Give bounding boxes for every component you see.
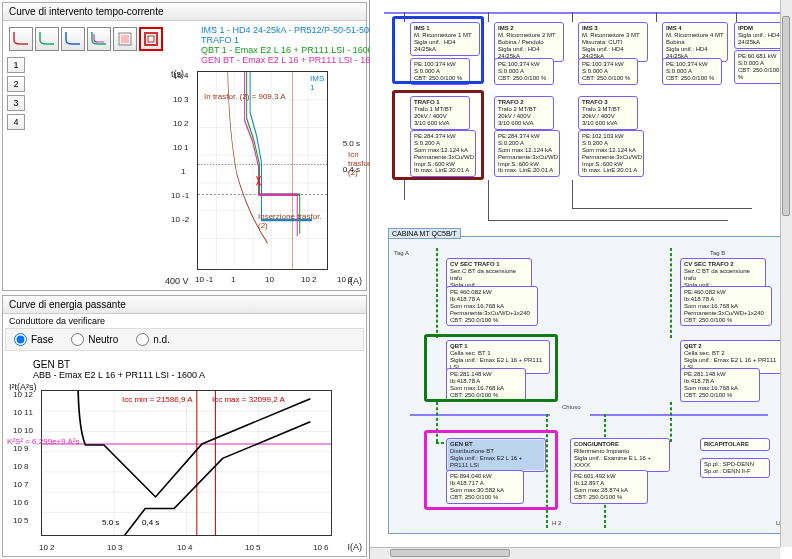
block-ims3-data[interactable]: PE:100.374 kWS:0.000 ACBT: 250.0/100 %	[578, 58, 638, 85]
block-cv1-data[interactable]: PE:460.082 kWIb:418.78 ASom max:16.768 k…	[446, 286, 538, 326]
en-xt-1: 10 3	[107, 543, 123, 552]
tc-xt-3: 10 2	[301, 275, 317, 284]
wire	[488, 12, 489, 22]
hl-ims1	[392, 16, 484, 84]
energy-h1: GEN BT	[33, 359, 356, 370]
tc-xt-1: 1	[231, 275, 235, 284]
curve-tool-6[interactable]	[139, 27, 163, 51]
svg-rect-1	[121, 35, 129, 43]
radio-nd-input[interactable]	[136, 333, 149, 346]
wire	[572, 180, 573, 208]
hl-qbt1	[424, 334, 558, 402]
tag-h2: H 2	[552, 520, 561, 526]
curve-tool-4[interactable]	[87, 27, 111, 51]
page-btn-2[interactable]: 2	[7, 76, 25, 92]
time-current-title: Curve di intervento tempo-corrente	[3, 3, 366, 21]
page-btn-3[interactable]: 3	[7, 95, 25, 111]
page-btn-1[interactable]: 1	[7, 57, 25, 73]
conductor-groupbox-label: Conduttore da verificare	[3, 314, 366, 326]
tc-yt-2: 10 2	[173, 119, 189, 128]
en-yt-4: 10 8	[13, 462, 29, 471]
icc-min-label: Icc min = 21586,9 A	[122, 395, 193, 404]
tc-yt-4: 1	[181, 167, 185, 176]
curve-tool-2[interactable]	[35, 27, 59, 51]
curve-toolbar	[7, 25, 165, 57]
ann-in-trasfor: In trasfor. (2) = 909.3 A	[204, 92, 286, 101]
radio-nd[interactable]: n.d.	[136, 333, 170, 346]
block-ims2[interactable]: IMS 2M. Riconnettore 2 MTBobina / Pendol…	[494, 22, 564, 62]
block-ims4[interactable]: IMS 4M. Riconnettore 4 MTBobinaSigla uni…	[662, 22, 728, 62]
tc-yt-1: 10 3	[173, 95, 189, 104]
gwire	[670, 248, 672, 338]
block-congiuntore[interactable]: CONGIUNTORERiferimento ImpiantoSigla uni…	[570, 438, 670, 472]
wire	[572, 208, 752, 209]
energy-x-label: I(A)	[348, 542, 363, 552]
ref-5s: 5.0 s	[343, 139, 360, 148]
block-trafo3-data[interactable]: PE:102.103 kWS:0.200 ASom max:12.124 kAP…	[578, 130, 644, 177]
radio-fase[interactable]: Fase	[14, 333, 53, 346]
block-qbt2-data[interactable]: PE:281.148 kWIb:418.78 ASom max:16.768 k…	[680, 368, 760, 402]
gwire	[670, 402, 672, 442]
tc-xt-2: 10	[265, 275, 274, 284]
icc-max-label: Icc max = 32099,2 A	[212, 395, 285, 404]
scroll-thumb-h[interactable]	[390, 549, 510, 557]
block-cong-data[interactable]: PE:601.492 kWIb:12.897 ASom max:28.874 k…	[570, 470, 648, 504]
block-ipdm[interactable]: IPDMSigla unif.: HD4 24/25kA	[734, 22, 786, 49]
ann-inserzione: Inserzione trasfor. (2)	[258, 212, 327, 230]
curve-tool-1[interactable]	[9, 27, 33, 51]
busbar-mt	[384, 12, 780, 14]
block-ims2-data[interactable]: PE:100.374 kWS:0.000 ACBT: 250.0/100 %	[494, 58, 554, 85]
block-trafo3[interactable]: TRAFO 3Trafo 3 MT/BT20kV / 400V3/10 600 …	[578, 96, 638, 130]
block-ricapitolare[interactable]: RICAPITOLARE	[700, 438, 770, 451]
busbar-bt-left	[410, 414, 550, 416]
time-current-chart: IMS 1 - HD4 24-25kA - PR512/P-50-51-50N-…	[165, 25, 362, 288]
tc-xt-4: 10 3	[337, 275, 353, 284]
radio-neutro-input[interactable]	[71, 333, 84, 346]
energy-plot-area[interactable]: Icc min = 21586,9 A Icc max = 32099,2 A …	[41, 390, 332, 536]
block-ims3[interactable]: IMS 3M. Riconnettore 3 MTMisurata: CUTIS…	[578, 22, 648, 62]
svg-rect-3	[148, 36, 154, 42]
block-ricap-data[interactable]: Sp.pl.: SPD-DENNSp.or.: DENN II-F	[700, 458, 770, 478]
radio-neutro-label: Neutro	[88, 334, 118, 345]
hl-trafo1	[392, 90, 484, 180]
tc-yt-5: 10 -1	[171, 191, 189, 200]
block-ipdm-data[interactable]: PE:60.681 kWS:0.000 ACBT: 250.0/100 %	[734, 50, 786, 84]
energy-5s: 5.0 s	[102, 518, 119, 527]
en-xt-4: 10 6	[313, 543, 329, 552]
tc-plot-area[interactable]: In trasfor. (2) = 909.3 A IMS 1 Icn tras…	[197, 71, 328, 270]
en-xt-2: 10 4	[177, 543, 193, 552]
tc-yt-6: 10 -2	[171, 215, 189, 224]
wire	[488, 180, 489, 220]
tag-b: Tag B	[710, 250, 725, 256]
block-cv2-data[interactable]: PE:460.082 kWIb:418.78 ASom max:16.768 k…	[680, 286, 772, 326]
curve-tool-3[interactable]	[61, 27, 85, 51]
scroll-thumb-v[interactable]	[782, 16, 790, 216]
block-trafo2-data[interactable]: PE:284.374 kWS:0.200 ASom max:12.124 kAP…	[494, 130, 560, 177]
wire	[572, 12, 573, 22]
block-ims4-data[interactable]: PE:100.374 kWS:0.000 ACBT: 250.0/100 %	[662, 58, 722, 85]
wire	[656, 12, 657, 22]
en-yt-5: 10 7	[13, 480, 29, 489]
energy-04s: 0,4 s	[142, 518, 159, 527]
tag-a: Tag A	[394, 250, 409, 256]
en-yt-0: 10 12	[13, 390, 33, 399]
radio-neutro[interactable]: Neutro	[71, 333, 118, 346]
single-line-diagram[interactable]: IMS 1M. Riconnettore 1 MTSigla unif.: HD…	[370, 0, 792, 559]
time-current-panel: Curve di intervento tempo-corrente 1 2 3…	[2, 2, 367, 291]
energy-panel: Curve di energia passante Conduttore da …	[2, 295, 367, 557]
page-btn-4[interactable]: 4	[7, 114, 25, 130]
radio-fase-input[interactable]	[14, 333, 27, 346]
radio-fase-label: Fase	[31, 334, 53, 345]
en-xt-3: 10 5	[245, 543, 261, 552]
curve-page-list: 1 2 3 4	[7, 57, 161, 130]
svg-rect-2	[145, 33, 157, 45]
en-xt-0: 10 2	[39, 543, 55, 552]
diagram-scroll-h[interactable]	[370, 547, 780, 559]
block-trafo2[interactable]: TRAFO 2Trafo 2 MT/BT20kV / 400V3/10 600 …	[494, 96, 554, 130]
diagram-scroll-v[interactable]	[780, 0, 792, 547]
conductor-radios: Fase Neutro n.d.	[5, 328, 364, 351]
curve-tool-5[interactable]	[113, 27, 137, 51]
energy-title: Curve di energia passante	[3, 296, 366, 314]
tc-yt-3: 10 1	[173, 143, 189, 152]
en-yt-1: 10 11	[13, 408, 33, 417]
